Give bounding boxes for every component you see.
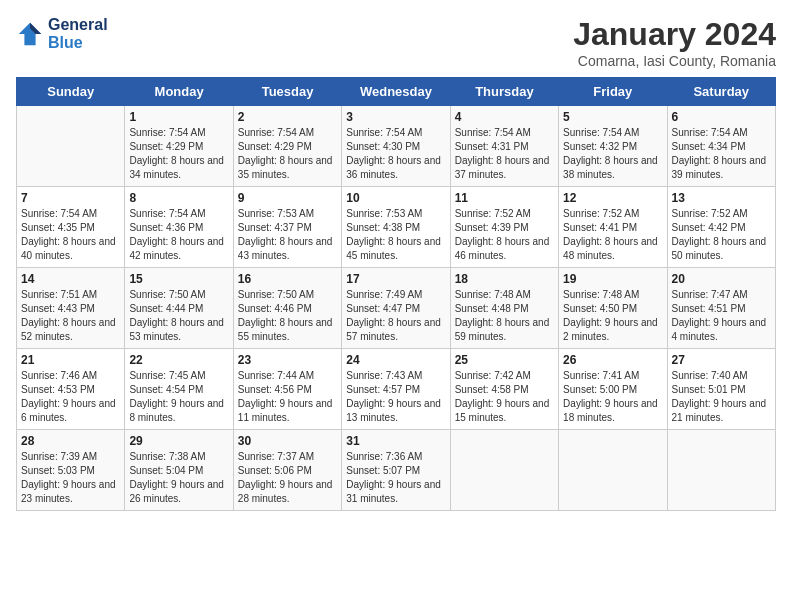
week-row-1: 1Sunrise: 7:54 AMSunset: 4:29 PMDaylight… [17,106,776,187]
calendar-cell: 8Sunrise: 7:54 AMSunset: 4:36 PMDaylight… [125,187,233,268]
calendar-title: January 2024 [573,16,776,53]
calendar-cell: 30Sunrise: 7:37 AMSunset: 5:06 PMDayligh… [233,430,341,511]
day-info: Sunrise: 7:49 AMSunset: 4:47 PMDaylight:… [346,288,445,344]
day-number: 30 [238,434,337,448]
header: General Blue January 2024 Comarna, Iasi … [16,16,776,69]
day-info: Sunrise: 7:47 AMSunset: 4:51 PMDaylight:… [672,288,771,344]
calendar-cell: 6Sunrise: 7:54 AMSunset: 4:34 PMDaylight… [667,106,775,187]
calendar-cell: 29Sunrise: 7:38 AMSunset: 5:04 PMDayligh… [125,430,233,511]
calendar-cell: 20Sunrise: 7:47 AMSunset: 4:51 PMDayligh… [667,268,775,349]
day-number: 25 [455,353,554,367]
calendar-cell: 26Sunrise: 7:41 AMSunset: 5:00 PMDayligh… [559,349,667,430]
calendar-cell: 22Sunrise: 7:45 AMSunset: 4:54 PMDayligh… [125,349,233,430]
day-number: 8 [129,191,228,205]
calendar-cell: 3Sunrise: 7:54 AMSunset: 4:30 PMDaylight… [342,106,450,187]
day-number: 27 [672,353,771,367]
day-number: 12 [563,191,662,205]
day-info: Sunrise: 7:41 AMSunset: 5:00 PMDaylight:… [563,369,662,425]
day-number: 14 [21,272,120,286]
day-info: Sunrise: 7:44 AMSunset: 4:56 PMDaylight:… [238,369,337,425]
day-number: 3 [346,110,445,124]
day-info: Sunrise: 7:52 AMSunset: 4:42 PMDaylight:… [672,207,771,263]
week-row-5: 28Sunrise: 7:39 AMSunset: 5:03 PMDayligh… [17,430,776,511]
calendar-cell: 15Sunrise: 7:50 AMSunset: 4:44 PMDayligh… [125,268,233,349]
day-number: 9 [238,191,337,205]
days-header-row: SundayMondayTuesdayWednesdayThursdayFrid… [17,78,776,106]
calendar-cell: 9Sunrise: 7:53 AMSunset: 4:37 PMDaylight… [233,187,341,268]
day-info: Sunrise: 7:48 AMSunset: 4:48 PMDaylight:… [455,288,554,344]
day-number: 15 [129,272,228,286]
day-number: 24 [346,353,445,367]
day-number: 20 [672,272,771,286]
day-number: 11 [455,191,554,205]
day-number: 18 [455,272,554,286]
day-number: 13 [672,191,771,205]
calendar-cell: 23Sunrise: 7:44 AMSunset: 4:56 PMDayligh… [233,349,341,430]
day-header-wednesday: Wednesday [342,78,450,106]
title-area: January 2024 Comarna, Iasi County, Roman… [573,16,776,69]
calendar-cell: 13Sunrise: 7:52 AMSunset: 4:42 PMDayligh… [667,187,775,268]
calendar-cell: 12Sunrise: 7:52 AMSunset: 4:41 PMDayligh… [559,187,667,268]
calendar-cell: 19Sunrise: 7:48 AMSunset: 4:50 PMDayligh… [559,268,667,349]
day-number: 5 [563,110,662,124]
day-header-tuesday: Tuesday [233,78,341,106]
day-info: Sunrise: 7:48 AMSunset: 4:50 PMDaylight:… [563,288,662,344]
day-header-thursday: Thursday [450,78,558,106]
day-info: Sunrise: 7:50 AMSunset: 4:44 PMDaylight:… [129,288,228,344]
calendar-cell: 2Sunrise: 7:54 AMSunset: 4:29 PMDaylight… [233,106,341,187]
day-number: 6 [672,110,771,124]
day-number: 26 [563,353,662,367]
calendar-cell: 18Sunrise: 7:48 AMSunset: 4:48 PMDayligh… [450,268,558,349]
day-number: 7 [21,191,120,205]
calendar-cell: 14Sunrise: 7:51 AMSunset: 4:43 PMDayligh… [17,268,125,349]
day-info: Sunrise: 7:43 AMSunset: 4:57 PMDaylight:… [346,369,445,425]
day-info: Sunrise: 7:52 AMSunset: 4:41 PMDaylight:… [563,207,662,263]
calendar-cell: 5Sunrise: 7:54 AMSunset: 4:32 PMDaylight… [559,106,667,187]
day-number: 29 [129,434,228,448]
calendar-cell: 28Sunrise: 7:39 AMSunset: 5:03 PMDayligh… [17,430,125,511]
day-info: Sunrise: 7:45 AMSunset: 4:54 PMDaylight:… [129,369,228,425]
calendar-cell: 31Sunrise: 7:36 AMSunset: 5:07 PMDayligh… [342,430,450,511]
day-number: 31 [346,434,445,448]
day-info: Sunrise: 7:54 AMSunset: 4:32 PMDaylight:… [563,126,662,182]
day-number: 28 [21,434,120,448]
day-number: 2 [238,110,337,124]
day-info: Sunrise: 7:54 AMSunset: 4:29 PMDaylight:… [129,126,228,182]
day-info: Sunrise: 7:36 AMSunset: 5:07 PMDaylight:… [346,450,445,506]
day-info: Sunrise: 7:40 AMSunset: 5:01 PMDaylight:… [672,369,771,425]
day-info: Sunrise: 7:54 AMSunset: 4:35 PMDaylight:… [21,207,120,263]
day-number: 17 [346,272,445,286]
day-number: 23 [238,353,337,367]
day-header-friday: Friday [559,78,667,106]
calendar-table: SundayMondayTuesdayWednesdayThursdayFrid… [16,77,776,511]
day-number: 21 [21,353,120,367]
day-header-sunday: Sunday [17,78,125,106]
day-number: 10 [346,191,445,205]
day-info: Sunrise: 7:52 AMSunset: 4:39 PMDaylight:… [455,207,554,263]
calendar-cell: 1Sunrise: 7:54 AMSunset: 4:29 PMDaylight… [125,106,233,187]
day-info: Sunrise: 7:51 AMSunset: 4:43 PMDaylight:… [21,288,120,344]
day-number: 16 [238,272,337,286]
day-number: 1 [129,110,228,124]
day-info: Sunrise: 7:54 AMSunset: 4:36 PMDaylight:… [129,207,228,263]
day-info: Sunrise: 7:39 AMSunset: 5:03 PMDaylight:… [21,450,120,506]
calendar-cell: 25Sunrise: 7:42 AMSunset: 4:58 PMDayligh… [450,349,558,430]
calendar-cell [450,430,558,511]
logo-icon [16,20,44,48]
calendar-cell: 17Sunrise: 7:49 AMSunset: 4:47 PMDayligh… [342,268,450,349]
calendar-cell: 11Sunrise: 7:52 AMSunset: 4:39 PMDayligh… [450,187,558,268]
day-info: Sunrise: 7:54 AMSunset: 4:34 PMDaylight:… [672,126,771,182]
week-row-3: 14Sunrise: 7:51 AMSunset: 4:43 PMDayligh… [17,268,776,349]
day-info: Sunrise: 7:54 AMSunset: 4:29 PMDaylight:… [238,126,337,182]
week-row-4: 21Sunrise: 7:46 AMSunset: 4:53 PMDayligh… [17,349,776,430]
calendar-cell: 24Sunrise: 7:43 AMSunset: 4:57 PMDayligh… [342,349,450,430]
logo: General Blue [16,16,108,52]
day-number: 22 [129,353,228,367]
day-info: Sunrise: 7:54 AMSunset: 4:30 PMDaylight:… [346,126,445,182]
day-info: Sunrise: 7:37 AMSunset: 5:06 PMDaylight:… [238,450,337,506]
day-header-saturday: Saturday [667,78,775,106]
calendar-cell: 27Sunrise: 7:40 AMSunset: 5:01 PMDayligh… [667,349,775,430]
calendar-cell: 10Sunrise: 7:53 AMSunset: 4:38 PMDayligh… [342,187,450,268]
day-info: Sunrise: 7:46 AMSunset: 4:53 PMDaylight:… [21,369,120,425]
day-info: Sunrise: 7:53 AMSunset: 4:37 PMDaylight:… [238,207,337,263]
